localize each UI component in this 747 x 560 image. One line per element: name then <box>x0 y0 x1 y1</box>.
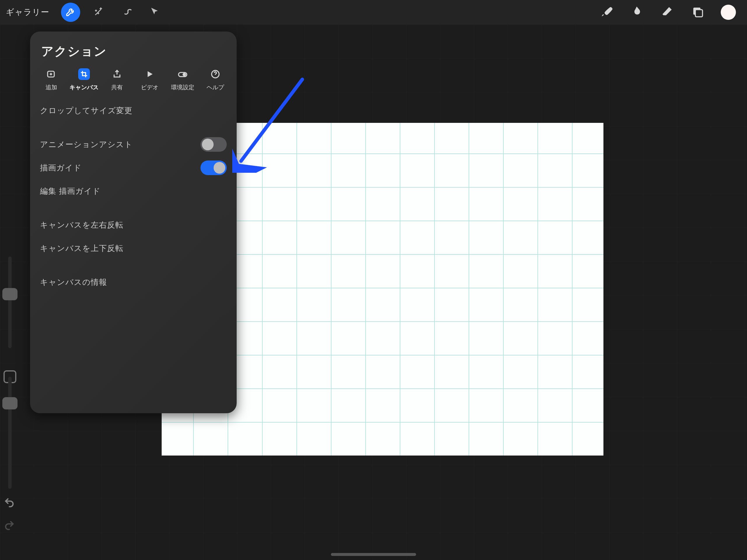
row-label: 描画ガイド <box>40 162 201 173</box>
wrench-icon <box>66 6 76 18</box>
home-indicator <box>331 553 416 556</box>
actions-title: アクション <box>30 43 237 68</box>
redo-button[interactable] <box>2 519 16 533</box>
tab-add[interactable]: 追加 <box>35 68 68 91</box>
slider-thumb[interactable] <box>2 288 18 300</box>
brush-opacity-slider[interactable] <box>4 377 16 489</box>
row-animation-assist[interactable]: アニメーションアシスト <box>30 133 237 156</box>
row-label: キャンバスの情報 <box>40 277 227 287</box>
selection-button[interactable] <box>117 3 136 22</box>
redo-icon <box>4 520 15 532</box>
layers-icon <box>691 5 703 19</box>
row-label: クロップしてサイズ変更 <box>40 105 227 116</box>
undo-button[interactable] <box>2 496 16 510</box>
actions-popover: アクション 追加 キャンバス 共有 ビデオ <box>30 31 237 413</box>
row-drawing-guide[interactable]: 描画ガイド <box>30 156 237 179</box>
tab-share[interactable]: 共有 <box>101 68 133 91</box>
switch-icon <box>177 68 188 80</box>
top-toolbar: ギャラリー <box>0 0 747 25</box>
question-icon <box>209 68 221 80</box>
row-edit-drawing-guide[interactable]: 編集 描画ガイド <box>30 179 237 203</box>
layers-button[interactable] <box>690 5 704 19</box>
cursor-icon <box>149 6 160 18</box>
share-up-icon <box>111 68 123 80</box>
tab-video[interactable]: ビデオ <box>134 68 166 91</box>
adjustments-button[interactable] <box>89 3 108 22</box>
row-label: アニメーションアシスト <box>40 139 201 150</box>
transform-button[interactable] <box>145 3 164 22</box>
svg-rect-1 <box>695 10 703 17</box>
tab-label: ビデオ <box>141 83 158 91</box>
tab-canvas[interactable]: キャンバス <box>68 68 100 91</box>
gallery-button[interactable]: ギャラリー <box>6 7 49 18</box>
svg-point-4 <box>183 73 186 76</box>
row-label: キャンバスを上下反転 <box>40 243 227 254</box>
brush-icon <box>600 5 613 19</box>
tab-label: 追加 <box>46 83 57 91</box>
smudge-tool-button[interactable] <box>630 5 644 19</box>
brush-tool-button[interactable] <box>599 5 613 19</box>
tab-label: 共有 <box>111 83 123 91</box>
smudge-icon <box>630 5 643 19</box>
crop-icon <box>78 68 90 80</box>
draw-guide-toggle[interactable] <box>201 160 227 175</box>
undo-icon <box>4 497 15 509</box>
row-flip-horizontal[interactable]: キャンバスを左右反転 <box>30 213 237 237</box>
tab-help[interactable]: ヘルプ <box>199 68 231 91</box>
brush-size-slider[interactable] <box>4 256 16 348</box>
add-image-icon <box>46 68 57 80</box>
color-swatch-button[interactable] <box>721 5 736 20</box>
animation-assist-toggle[interactable] <box>201 137 227 152</box>
tab-label: ヘルプ <box>207 83 224 91</box>
tab-prefs[interactable]: 環境設定 <box>166 68 199 91</box>
actions-tab-bar: 追加 キャンバス 共有 ビデオ 環境設定 <box>30 68 237 98</box>
s-path-icon <box>121 6 132 18</box>
row-crop-resize[interactable]: クロップしてサイズ変更 <box>30 99 237 122</box>
actions-wrench-button[interactable] <box>61 3 80 22</box>
eraser-tool-button[interactable] <box>660 5 674 19</box>
play-icon <box>144 68 156 80</box>
row-flip-vertical[interactable]: キャンバスを上下反転 <box>30 237 237 260</box>
row-canvas-info[interactable]: キャンバスの情報 <box>30 271 237 294</box>
row-label: 編集 描画ガイド <box>40 186 227 196</box>
tab-label: キャンバス <box>70 83 99 91</box>
slider-thumb[interactable] <box>2 397 18 409</box>
eraser-icon <box>661 5 673 19</box>
magic-wand-icon <box>93 6 104 18</box>
tab-label: 環境設定 <box>171 83 194 91</box>
row-label: キャンバスを左右反転 <box>40 220 227 230</box>
